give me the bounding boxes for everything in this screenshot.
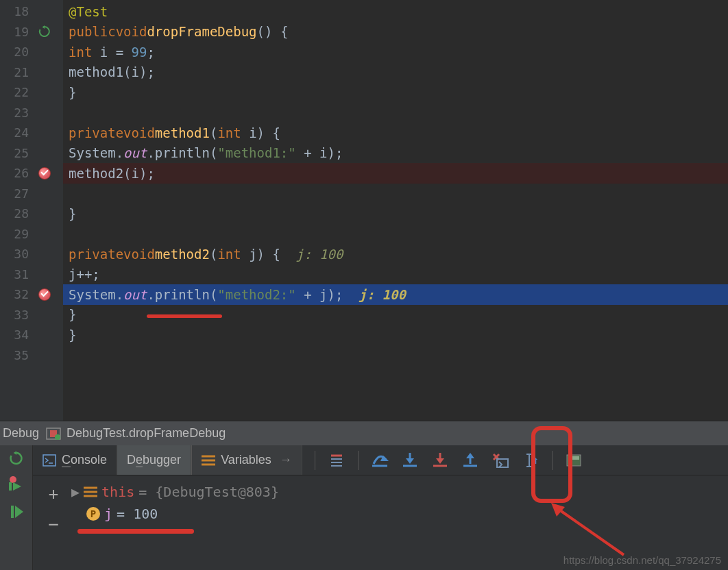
svg-rect-6 <box>43 455 56 466</box>
var-value: = {DebugTest@803} <box>138 484 279 500</box>
code-area[interactable]: @Test public void dropFrameDebug() { int… <box>63 0 728 421</box>
line-number: 19 <box>10 25 29 39</box>
line-number: 29 <box>10 227 29 241</box>
var-name: j <box>104 506 112 522</box>
tab-variables[interactable]: Variables → <box>191 445 302 475</box>
add-watch-button[interactable]: + <box>45 485 62 503</box>
line-number: 25 <box>10 146 29 160</box>
line-number: 32 <box>10 287 29 301</box>
line-number: 31 <box>10 267 29 282</box>
console-icon <box>43 454 56 467</box>
line-number: 18 <box>10 4 29 18</box>
line-number: 33 <box>10 308 29 322</box>
resume-button[interactable] <box>8 474 25 492</box>
debug-label: Debug <box>3 426 39 441</box>
svg-rect-4 <box>9 482 12 491</box>
drop-frame-button[interactable] <box>486 447 515 474</box>
step-into-button[interactable] <box>396 447 424 474</box>
line-number: 24 <box>10 125 29 140</box>
svg-point-3 <box>10 476 16 483</box>
pin-icon: → <box>280 453 292 467</box>
variables-icon <box>202 455 215 466</box>
debug-title-bar: Debug DebugTest.dropFrameDebug <box>0 421 728 445</box>
line-number: 26 <box>10 166 29 180</box>
inlay-hint: j: 100 <box>359 287 406 302</box>
red-underline-annotation <box>77 529 194 534</box>
line-number: 35 <box>10 348 29 362</box>
tab-debugger[interactable]: DebuggerDebugger <box>117 445 191 475</box>
svg-point-2 <box>55 434 60 440</box>
svg-rect-28 <box>568 456 579 460</box>
run-to-cursor-button[interactable] <box>516 447 545 474</box>
execution-line: System.out.println("method2:" + j); j: 1… <box>63 284 728 305</box>
line-number: 22 <box>10 85 29 99</box>
step-out-button[interactable] <box>456 447 485 474</box>
debug-frame-name: DebugTest.dropFrameDebug <box>66 426 226 441</box>
line-number: 20 <box>10 45 29 59</box>
debug-panel: CConsoleonsole DebuggerDebugger Variable… <box>0 445 728 570</box>
step-over-button[interactable] <box>365 447 394 474</box>
debug-side-toolbar <box>0 445 33 570</box>
code-editor: 18 19 20 21 22 23 24 25 26 27 28 29 30 3… <box>0 0 728 421</box>
breakpoint-icon[interactable] <box>37 287 52 302</box>
stop-button[interactable] <box>8 503 25 521</box>
run-gutter-icon[interactable] <box>37 24 52 39</box>
breakpoint-icon[interactable] <box>37 166 52 181</box>
debug-tabs: CConsoleonsole DebuggerDebugger Variable… <box>33 445 728 475</box>
editor-gutter: 18 19 20 21 22 23 24 25 26 27 28 29 30 3… <box>0 0 63 421</box>
var-value: = 100 <box>117 506 158 522</box>
inlay-hint: j: 100 <box>296 247 343 262</box>
watermark: https://blog.csdn.net/qq_37924275 <box>563 554 721 566</box>
variable-row-this[interactable]: ▶ this = {DebugTest@803} <box>71 481 721 503</box>
tab-console[interactable]: CConsoleonsole <box>33 445 117 475</box>
variable-row-j[interactable]: P j = 100 <box>71 503 721 525</box>
show-execution-point-button[interactable] <box>322 447 351 474</box>
annotation: @Test <box>69 4 108 19</box>
line-number: 23 <box>10 106 29 120</box>
var-name: this <box>101 484 134 500</box>
step-toolbar <box>302 445 728 475</box>
rerun-button[interactable] <box>8 449 25 467</box>
remove-watch-button[interactable]: − <box>45 515 62 533</box>
object-icon <box>84 486 97 497</box>
force-step-into-button[interactable] <box>426 447 454 474</box>
line-number: 21 <box>10 65 29 79</box>
red-underline-annotation <box>147 314 222 318</box>
debug-frame-icon <box>46 428 61 440</box>
svg-rect-22 <box>497 459 508 467</box>
line-number: 34 <box>10 327 29 342</box>
line-number: 27 <box>10 186 29 201</box>
parameter-icon: P <box>86 507 100 521</box>
evaluate-expression-button[interactable] <box>559 447 588 474</box>
expand-icon[interactable]: ▶ <box>71 484 80 500</box>
svg-rect-5 <box>11 506 14 518</box>
line-number: 28 <box>10 206 29 221</box>
line-number: 30 <box>10 247 29 261</box>
